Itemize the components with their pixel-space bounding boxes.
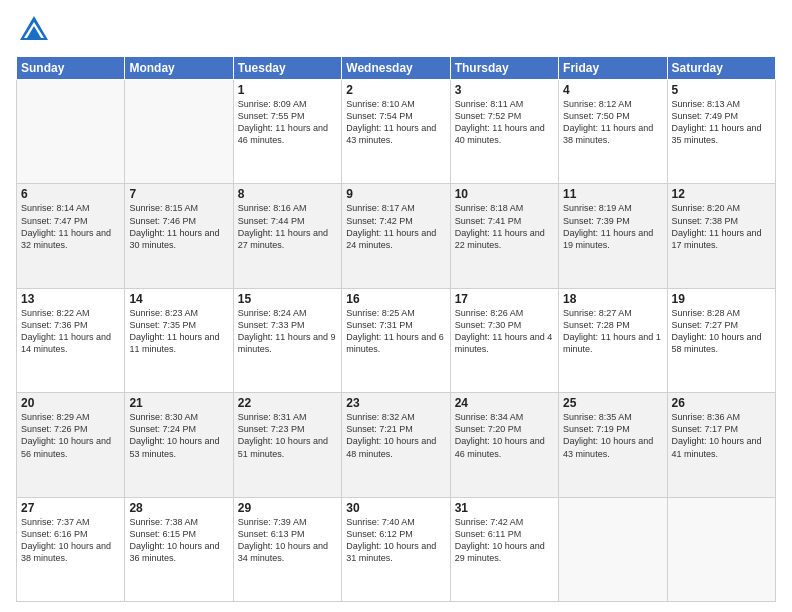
day-cell: 17Sunrise: 8:26 AM Sunset: 7:30 PM Dayli… xyxy=(450,288,558,392)
day-cell: 29Sunrise: 7:39 AM Sunset: 6:13 PM Dayli… xyxy=(233,497,341,601)
day-number: 27 xyxy=(21,501,120,515)
day-cell: 5Sunrise: 8:13 AM Sunset: 7:49 PM Daylig… xyxy=(667,80,775,184)
day-cell: 21Sunrise: 8:30 AM Sunset: 7:24 PM Dayli… xyxy=(125,393,233,497)
day-number: 11 xyxy=(563,187,662,201)
day-number: 26 xyxy=(672,396,771,410)
day-number: 13 xyxy=(21,292,120,306)
day-number: 16 xyxy=(346,292,445,306)
day-cell: 31Sunrise: 7:42 AM Sunset: 6:11 PM Dayli… xyxy=(450,497,558,601)
day-cell: 27Sunrise: 7:37 AM Sunset: 6:16 PM Dayli… xyxy=(17,497,125,601)
day-info: Sunrise: 7:37 AM Sunset: 6:16 PM Dayligh… xyxy=(21,516,120,565)
week-row-5: 27Sunrise: 7:37 AM Sunset: 6:16 PM Dayli… xyxy=(17,497,776,601)
day-cell: 13Sunrise: 8:22 AM Sunset: 7:36 PM Dayli… xyxy=(17,288,125,392)
day-info: Sunrise: 8:20 AM Sunset: 7:38 PM Dayligh… xyxy=(672,202,771,251)
day-number: 2 xyxy=(346,83,445,97)
week-row-2: 6Sunrise: 8:14 AM Sunset: 7:47 PM Daylig… xyxy=(17,184,776,288)
weekday-wednesday: Wednesday xyxy=(342,57,450,80)
day-info: Sunrise: 8:22 AM Sunset: 7:36 PM Dayligh… xyxy=(21,307,120,356)
day-cell: 18Sunrise: 8:27 AM Sunset: 7:28 PM Dayli… xyxy=(559,288,667,392)
calendar-table: SundayMondayTuesdayWednesdayThursdayFrid… xyxy=(16,56,776,602)
day-cell: 11Sunrise: 8:19 AM Sunset: 7:39 PM Dayli… xyxy=(559,184,667,288)
day-cell: 10Sunrise: 8:18 AM Sunset: 7:41 PM Dayli… xyxy=(450,184,558,288)
day-info: Sunrise: 8:13 AM Sunset: 7:49 PM Dayligh… xyxy=(672,98,771,147)
week-row-4: 20Sunrise: 8:29 AM Sunset: 7:26 PM Dayli… xyxy=(17,393,776,497)
day-number: 29 xyxy=(238,501,337,515)
day-info: Sunrise: 8:19 AM Sunset: 7:39 PM Dayligh… xyxy=(563,202,662,251)
weekday-tuesday: Tuesday xyxy=(233,57,341,80)
day-number: 28 xyxy=(129,501,228,515)
day-info: Sunrise: 8:35 AM Sunset: 7:19 PM Dayligh… xyxy=(563,411,662,460)
day-number: 1 xyxy=(238,83,337,97)
day-cell: 26Sunrise: 8:36 AM Sunset: 7:17 PM Dayli… xyxy=(667,393,775,497)
day-cell xyxy=(667,497,775,601)
day-number: 20 xyxy=(21,396,120,410)
day-cell xyxy=(559,497,667,601)
day-number: 10 xyxy=(455,187,554,201)
day-info: Sunrise: 8:15 AM Sunset: 7:46 PM Dayligh… xyxy=(129,202,228,251)
day-info: Sunrise: 7:39 AM Sunset: 6:13 PM Dayligh… xyxy=(238,516,337,565)
day-cell: 8Sunrise: 8:16 AM Sunset: 7:44 PM Daylig… xyxy=(233,184,341,288)
day-info: Sunrise: 8:14 AM Sunset: 7:47 PM Dayligh… xyxy=(21,202,120,251)
logo xyxy=(16,12,56,52)
day-cell: 9Sunrise: 8:17 AM Sunset: 7:42 PM Daylig… xyxy=(342,184,450,288)
day-number: 21 xyxy=(129,396,228,410)
day-info: Sunrise: 8:09 AM Sunset: 7:55 PM Dayligh… xyxy=(238,98,337,147)
day-cell xyxy=(125,80,233,184)
day-cell: 2Sunrise: 8:10 AM Sunset: 7:54 PM Daylig… xyxy=(342,80,450,184)
day-cell: 3Sunrise: 8:11 AM Sunset: 7:52 PM Daylig… xyxy=(450,80,558,184)
logo-icon xyxy=(16,12,52,52)
day-cell: 16Sunrise: 8:25 AM Sunset: 7:31 PM Dayli… xyxy=(342,288,450,392)
day-number: 12 xyxy=(672,187,771,201)
day-cell: 12Sunrise: 8:20 AM Sunset: 7:38 PM Dayli… xyxy=(667,184,775,288)
week-row-1: 1Sunrise: 8:09 AM Sunset: 7:55 PM Daylig… xyxy=(17,80,776,184)
weekday-sunday: Sunday xyxy=(17,57,125,80)
weekday-monday: Monday xyxy=(125,57,233,80)
day-info: Sunrise: 8:36 AM Sunset: 7:17 PM Dayligh… xyxy=(672,411,771,460)
day-cell: 24Sunrise: 8:34 AM Sunset: 7:20 PM Dayli… xyxy=(450,393,558,497)
day-cell: 23Sunrise: 8:32 AM Sunset: 7:21 PM Dayli… xyxy=(342,393,450,497)
day-number: 30 xyxy=(346,501,445,515)
day-info: Sunrise: 8:32 AM Sunset: 7:21 PM Dayligh… xyxy=(346,411,445,460)
day-info: Sunrise: 8:34 AM Sunset: 7:20 PM Dayligh… xyxy=(455,411,554,460)
day-cell: 15Sunrise: 8:24 AM Sunset: 7:33 PM Dayli… xyxy=(233,288,341,392)
day-info: Sunrise: 8:28 AM Sunset: 7:27 PM Dayligh… xyxy=(672,307,771,356)
day-info: Sunrise: 8:31 AM Sunset: 7:23 PM Dayligh… xyxy=(238,411,337,460)
weekday-header-row: SundayMondayTuesdayWednesdayThursdayFrid… xyxy=(17,57,776,80)
day-number: 14 xyxy=(129,292,228,306)
day-number: 3 xyxy=(455,83,554,97)
day-info: Sunrise: 8:11 AM Sunset: 7:52 PM Dayligh… xyxy=(455,98,554,147)
day-info: Sunrise: 8:29 AM Sunset: 7:26 PM Dayligh… xyxy=(21,411,120,460)
day-cell: 6Sunrise: 8:14 AM Sunset: 7:47 PM Daylig… xyxy=(17,184,125,288)
day-number: 6 xyxy=(21,187,120,201)
day-cell: 20Sunrise: 8:29 AM Sunset: 7:26 PM Dayli… xyxy=(17,393,125,497)
day-number: 15 xyxy=(238,292,337,306)
weekday-friday: Friday xyxy=(559,57,667,80)
day-info: Sunrise: 8:10 AM Sunset: 7:54 PM Dayligh… xyxy=(346,98,445,147)
day-cell: 1Sunrise: 8:09 AM Sunset: 7:55 PM Daylig… xyxy=(233,80,341,184)
day-info: Sunrise: 8:26 AM Sunset: 7:30 PM Dayligh… xyxy=(455,307,554,356)
day-info: Sunrise: 8:16 AM Sunset: 7:44 PM Dayligh… xyxy=(238,202,337,251)
day-number: 31 xyxy=(455,501,554,515)
day-cell: 25Sunrise: 8:35 AM Sunset: 7:19 PM Dayli… xyxy=(559,393,667,497)
day-number: 24 xyxy=(455,396,554,410)
day-number: 18 xyxy=(563,292,662,306)
day-cell: 19Sunrise: 8:28 AM Sunset: 7:27 PM Dayli… xyxy=(667,288,775,392)
day-number: 4 xyxy=(563,83,662,97)
day-cell: 22Sunrise: 8:31 AM Sunset: 7:23 PM Dayli… xyxy=(233,393,341,497)
day-number: 25 xyxy=(563,396,662,410)
day-info: Sunrise: 7:40 AM Sunset: 6:12 PM Dayligh… xyxy=(346,516,445,565)
day-cell: 14Sunrise: 8:23 AM Sunset: 7:35 PM Dayli… xyxy=(125,288,233,392)
day-info: Sunrise: 8:27 AM Sunset: 7:28 PM Dayligh… xyxy=(563,307,662,356)
day-info: Sunrise: 8:24 AM Sunset: 7:33 PM Dayligh… xyxy=(238,307,337,356)
day-number: 19 xyxy=(672,292,771,306)
weekday-saturday: Saturday xyxy=(667,57,775,80)
day-info: Sunrise: 7:38 AM Sunset: 6:15 PM Dayligh… xyxy=(129,516,228,565)
day-info: Sunrise: 8:23 AM Sunset: 7:35 PM Dayligh… xyxy=(129,307,228,356)
day-cell: 30Sunrise: 7:40 AM Sunset: 6:12 PM Dayli… xyxy=(342,497,450,601)
day-number: 8 xyxy=(238,187,337,201)
day-info: Sunrise: 8:17 AM Sunset: 7:42 PM Dayligh… xyxy=(346,202,445,251)
day-cell: 7Sunrise: 8:15 AM Sunset: 7:46 PM Daylig… xyxy=(125,184,233,288)
weekday-thursday: Thursday xyxy=(450,57,558,80)
day-number: 23 xyxy=(346,396,445,410)
day-cell: 28Sunrise: 7:38 AM Sunset: 6:15 PM Dayli… xyxy=(125,497,233,601)
